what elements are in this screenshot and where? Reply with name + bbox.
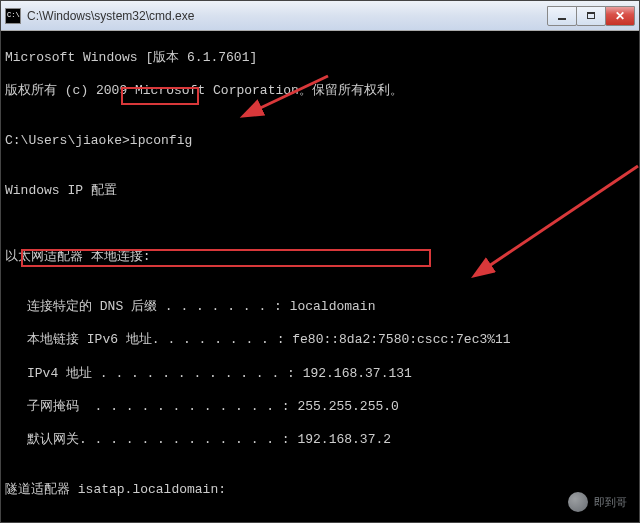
cmd-window: C:\Windows\system32\cmd.exe ✕ Microsoft … xyxy=(0,0,640,523)
prompt-line-1: C:\Users\jiaoke>ipconfig xyxy=(5,133,635,150)
watermark-icon xyxy=(568,492,588,512)
prompt-path: C:\Users\jiaoke> xyxy=(5,133,130,148)
link-local-ipv6: 本地链接 IPv6 地址. . . . . . . . : fe80::8da2… xyxy=(5,332,635,349)
adapter-header: 隧道适配器 isatap.localdomain: xyxy=(5,482,635,499)
command-text: ipconfig xyxy=(130,133,192,148)
minimize-icon xyxy=(558,18,566,20)
default-gateway: 默认网关. . . . . . . . . . . . . : 192.168.… xyxy=(5,432,635,449)
dns-suffix: 连接特定的 DNS 后缀 . . . . . . . : localdomain xyxy=(5,299,635,316)
ipconfig-header: Windows IP 配置 xyxy=(5,183,635,200)
maximize-button[interactable] xyxy=(576,6,606,26)
watermark: 即到哥 xyxy=(568,492,627,512)
copyright-line: 版权所有 (c) 2009 Microsoft Corporation。保留所有… xyxy=(5,83,635,100)
maximize-icon xyxy=(587,12,595,19)
window-title: C:\Windows\system32\cmd.exe xyxy=(27,9,548,23)
watermark-text: 即到哥 xyxy=(594,495,627,509)
os-version-line: Microsoft Windows [版本 6.1.7601] xyxy=(5,50,635,67)
annotation-arrow-ipv4 xyxy=(431,141,639,310)
ipv4-address: IPv4 地址 . . . . . . . . . . . . : 192.16… xyxy=(5,366,635,383)
subnet-mask: 子网掩码 . . . . . . . . . . . . : 255.255.2… xyxy=(5,399,635,416)
titlebar[interactable]: C:\Windows\system32\cmd.exe ✕ xyxy=(1,1,639,31)
close-icon: ✕ xyxy=(615,9,625,23)
minimize-button[interactable] xyxy=(547,6,577,26)
adapter-header: 以太网适配器 本地连接: xyxy=(5,249,635,266)
cmd-icon xyxy=(5,8,21,24)
terminal-output[interactable]: Microsoft Windows [版本 6.1.7601] 版权所有 (c)… xyxy=(1,31,639,522)
close-button[interactable]: ✕ xyxy=(605,6,635,26)
window-controls: ✕ xyxy=(548,6,635,26)
